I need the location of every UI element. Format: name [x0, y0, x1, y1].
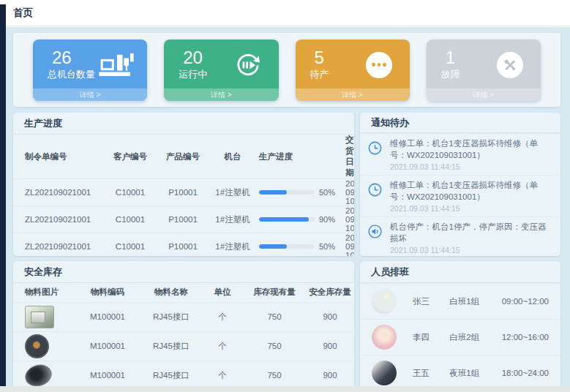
staff-shift: 夜班1组 — [449, 368, 501, 379]
progress-bar — [259, 190, 315, 195]
stat-card-text: 1 故障 — [441, 48, 460, 81]
staff-time: 18:00~24:00 — [502, 369, 549, 377]
tools-icon — [491, 52, 529, 78]
on-hand-cell: 750 — [243, 361, 306, 390]
progress-cell: 50% — [256, 233, 342, 257]
progress-bar — [259, 244, 315, 249]
running-icon — [229, 50, 267, 80]
machine-cell: 1#注塑机 — [209, 233, 256, 257]
staff-schedule-panel: 人员排班 张三 白班1组 09:00~12:00 李四 白班2组 12:00~1… — [360, 261, 560, 391]
inventory-row: M100001 RJ45接口 个 750 900 — [13, 331, 354, 361]
col-order-no: 制令单编号 — [13, 135, 104, 179]
stat-card-text: 20 运行中 — [179, 48, 207, 81]
stat-card-body: 5 待产 — [296, 39, 410, 88]
stat-card-text: 26 总机台数量 — [48, 48, 95, 81]
progress-cell: 50% — [256, 179, 342, 206]
progress-label: 50% — [319, 188, 335, 197]
material-name-cell: RJ45接口 — [140, 331, 202, 361]
schedule-row: 张三 白班1组 09:00~12:00 — [360, 283, 560, 319]
material-image-cone-speaker — [22, 361, 54, 390]
pending-detail-link[interactable]: 详情 > — [296, 88, 410, 101]
tab-home[interactable]: 首页 — [13, 7, 33, 20]
material-image-rj45 — [25, 306, 54, 328]
panel-grid: 生产进度 制令单编号 客户编号 产品编号 机台 生产进度 交货日期 — [13, 113, 560, 391]
stat-card-fault[interactable]: 1 故障 — [427, 39, 541, 101]
running-detail-link[interactable]: 详情 > — [164, 88, 278, 101]
stat-card-running[interactable]: 20 运行中 详情 > — [164, 39, 278, 101]
customer-no-cell: C10001 — [104, 206, 157, 233]
delivery-date-cell: 2021-09-10 — [342, 179, 354, 206]
staff-shift: 白班2组 — [449, 332, 501, 343]
schedule-row: 王五 夜班1组 18:00~24:00 — [360, 355, 560, 391]
product-no-cell: P10001 — [157, 233, 209, 257]
tab-bar: 首页 — [0, 0, 570, 26]
inventory-panel-title: 安全库存 — [13, 261, 354, 283]
notification-item[interactable]: 维修工单：机台1变压器损坏待维修（单号：WX202109031001） 2021… — [360, 175, 560, 216]
unit-cell: 个 — [202, 361, 243, 390]
speaker-icon — [367, 222, 383, 255]
sidebar-edge — [0, 4, 6, 386]
notification-item[interactable]: 维修工单：机台1变压器损坏待维修（单号：WX202109031001） 2021… — [360, 133, 560, 175]
progress-label: 90% — [319, 215, 335, 224]
production-header-row: 制令单编号 客户编号 产品编号 机台 生产进度 交货日期 — [13, 135, 354, 179]
delivery-date-cell: 2021-09-10 — [342, 206, 354, 233]
stat-card-pending[interactable]: 5 待产 详情 > — [296, 39, 410, 101]
notification-item[interactable]: 机台停产：机台1停产，停产原因：变压器损坏 2021.09.03 11:44:1… — [360, 216, 560, 256]
total-machines-value: 26 — [48, 48, 95, 67]
col-customer-no: 客户编号 — [104, 135, 157, 179]
pending-value: 5 — [310, 48, 329, 67]
schedule-panel-title: 人员排班 — [360, 261, 560, 283]
machine-cell: 1#注塑机 — [209, 206, 256, 233]
unit-cell: 个 — [202, 302, 243, 331]
notification-time: 2021.09.03 11:44:15 — [390, 204, 552, 213]
total-machines-detail-link[interactable]: 详情 > — [33, 88, 147, 101]
col-material-code: 物料编码 — [75, 283, 140, 302]
unit-cell: 个 — [202, 331, 243, 361]
col-product-no: 产品编号 — [157, 135, 209, 179]
product-no-cell: P10001 — [157, 206, 209, 233]
avatar — [372, 325, 397, 350]
notification-text: 机台停产：机台1停产，停产原因：变压器损坏 — [390, 222, 552, 244]
production-panel-title: 生产进度 — [13, 113, 354, 135]
stat-card-body: 26 总机台数量 — [33, 39, 147, 88]
notification-body: 机台停产：机台1停产，停产原因：变压器损坏 2021.09.03 11:44:1… — [390, 222, 552, 255]
order-no-cell: ZL202109021001 — [13, 233, 104, 257]
running-label: 运行中 — [179, 68, 207, 81]
inventory-header-row: 物料图片 物料编码 物料名称 单位 库存现有量 安全库存量 — [13, 283, 354, 302]
col-on-hand: 库存现有量 — [243, 283, 306, 302]
schedule-row: 李四 白班2组 12:00~16:00 — [360, 319, 560, 355]
customer-no-cell: C10001 — [104, 233, 157, 257]
notifications-panel: 通知待办 维修工单：机台1变压器损坏待维修（单号：WX202109031001）… — [360, 113, 560, 256]
col-delivery-date: 交货日期 — [342, 135, 354, 179]
progress-cell: 90% — [256, 206, 342, 233]
ellipsis-icon — [360, 52, 398, 78]
fault-detail-link[interactable]: 详情 > — [427, 88, 541, 101]
delivery-date-cell: 2021-09-10 — [342, 233, 354, 257]
material-image-round-speaker — [25, 334, 49, 358]
safety-qty-cell: 900 — [306, 361, 354, 390]
material-code-cell: M100001 — [75, 331, 140, 361]
production-row: ZL202109021001 C10001 P10001 1#注塑机 50% 2… — [13, 233, 354, 257]
staff-name: 王五 — [413, 368, 449, 379]
staff-name: 张三 — [413, 296, 449, 307]
window-bottom-edge — [0, 386, 570, 392]
running-value: 20 — [179, 48, 207, 67]
avatar — [372, 361, 397, 385]
dashboard-content: 26 总机台数量 详情 > — [6, 27, 570, 386]
total-machines-label: 总机台数量 — [48, 68, 95, 81]
col-machine: 机台 — [209, 135, 256, 179]
inventory-row: M100001 RJ45接口 个 750 900 — [13, 302, 354, 331]
stat-card-total-machines[interactable]: 26 总机台数量 详情 > — [33, 39, 147, 101]
stat-card-text: 5 待产 — [310, 48, 329, 81]
material-name-cell: RJ45接口 — [140, 302, 202, 331]
notification-text: 维修工单：机台1变压器损坏待维修（单号：WX202109031001） — [390, 138, 552, 161]
inventory-table: 物料图片 物料编码 物料名称 单位 库存现有量 安全库存量 M100001 R — [13, 283, 354, 390]
col-material-image: 物料图片 — [13, 283, 75, 302]
material-code-cell: M100001 — [75, 302, 140, 331]
pending-label: 待产 — [310, 68, 329, 81]
staff-name: 李四 — [413, 332, 449, 343]
production-row: ZL202109021001 C10001 P10001 1#注塑机 50% 2… — [13, 179, 354, 206]
col-progress: 生产进度 — [256, 135, 342, 179]
fault-label: 故障 — [441, 68, 460, 81]
machine-icon — [97, 53, 135, 78]
